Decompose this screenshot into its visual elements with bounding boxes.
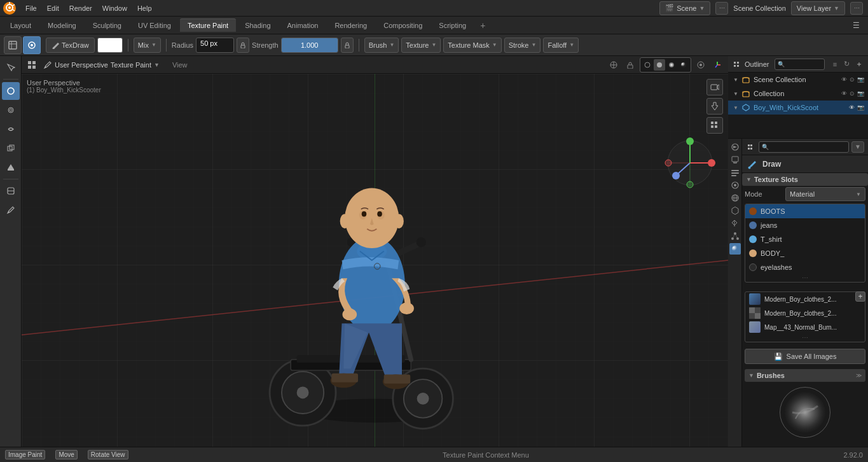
tab-layout[interactable]: Layout: [3, 19, 39, 32]
image-item-0[interactable]: Modern_Boy_clothes_2...: [745, 292, 865, 306]
viewport[interactable]: User Perspective (1) Boy_With_KickScoote…: [22, 74, 728, 447]
nav-gizmo[interactable]: X Y Z: [665, 137, 715, 188]
object-item[interactable]: ▼ Boy_With_KickScoot 👁 📷: [728, 101, 868, 115]
filter-btn[interactable]: ≡: [830, 59, 840, 69]
mode-dropdown[interactable]: Material ▼: [785, 187, 865, 201]
outliner-menu-btn[interactable]: [732, 59, 742, 69]
solid-mode-btn[interactable]: [654, 59, 665, 71]
tab-modeling[interactable]: Modeling: [40, 19, 84, 32]
obj-render-icon[interactable]: 📷: [857, 104, 864, 111]
storyboard-btn[interactable]: [706, 117, 723, 134]
add-workspace-btn[interactable]: +: [475, 18, 490, 33]
modifier-props-tab[interactable]: [729, 218, 741, 229]
texture-dropdown[interactable]: Texture ▼: [401, 38, 441, 53]
menu-window[interactable]: Window: [97, 3, 132, 13]
texture-paint-mode-label[interactable]: User Perspective Texture Paint ▼: [43, 60, 160, 69]
particles-props-tab[interactable]: [729, 230, 741, 242]
orientation-btn[interactable]: [607, 58, 621, 72]
collection-item[interactable]: ▼ Collection 👁 ⊙ 📷: [728, 87, 868, 101]
radius-input[interactable]: 50 px: [196, 38, 234, 53]
texture-slot-body[interactable]: BODY_: [745, 246, 865, 260]
tab-sculpting[interactable]: Sculpting: [85, 19, 129, 32]
strength-slider[interactable]: 1.000: [281, 38, 338, 53]
scene-collection-item[interactable]: ▼ Scene Collection 👁 ⊙ 📷: [728, 73, 868, 87]
material-mode-btn[interactable]: [666, 59, 677, 71]
tool-soften[interactable]: [2, 101, 20, 119]
texture-slot-jeans[interactable]: jeans: [745, 218, 865, 232]
falloff-dropdown[interactable]: Falloff ▼: [543, 38, 579, 53]
blender-logo[interactable]: [3, 1, 17, 15]
scene-canvas[interactable]: X Y Z: [22, 74, 728, 447]
tool-fill[interactable]: [2, 158, 20, 176]
view-layer-selector[interactable]: Scripting View Layer ▼: [791, 1, 845, 15]
scene-options-btn[interactable]: ⋯: [715, 2, 728, 15]
props-search[interactable]: 🔍: [759, 141, 849, 153]
col-render-icon[interactable]: 📷: [857, 90, 864, 97]
lock-btn[interactable]: [623, 58, 637, 72]
tab-shading[interactable]: Shading: [237, 19, 278, 32]
world-props-tab[interactable]: [729, 192, 741, 204]
eye-icon[interactable]: 👁: [841, 76, 847, 83]
brushes-header[interactable]: ▼ Brushes ≫: [745, 369, 865, 382]
texture-slot-eyelashes[interactable]: eyelashes: [745, 260, 865, 274]
pan-view-btn[interactable]: [706, 98, 723, 115]
texture-slot-boots[interactable]: BOOTS: [745, 204, 865, 218]
tab-uv-editing[interactable]: UV Editing: [130, 19, 179, 32]
sync-btn[interactable]: ↻: [841, 59, 851, 69]
brush-preview[interactable]: [780, 387, 830, 438]
obj-eye-icon[interactable]: 👁: [849, 104, 855, 111]
menu-render[interactable]: Render: [64, 3, 97, 13]
object-props-tab[interactable]: [729, 205, 741, 216]
view-layer-props-tab[interactable]: [729, 167, 741, 178]
view-layer-options-btn[interactable]: ⋯: [850, 2, 863, 15]
viewport-options-btn[interactable]: [25, 59, 38, 71]
tool-clone[interactable]: [2, 139, 20, 157]
tab-texture-paint[interactable]: Texture Paint: [180, 18, 236, 32]
scene-selector[interactable]: 🎬 Scene ▼: [659, 1, 710, 15]
strength-lock-btn[interactable]: [341, 38, 354, 53]
view-menu-btn[interactable]: View: [172, 61, 188, 69]
render-icon[interactable]: 📷: [857, 76, 864, 83]
blend-mode-dropdown[interactable]: Mix ▼: [134, 38, 161, 53]
col-eye-icon[interactable]: 👁: [841, 90, 847, 97]
radius-lock-btn[interactable]: [237, 38, 249, 53]
stroke-dropdown[interactable]: Stroke ▼: [504, 38, 541, 53]
image-item-2[interactable]: Map__43_Normal_Bum...: [745, 320, 865, 334]
wireframe-mode-btn[interactable]: [642, 59, 653, 71]
tool-draw[interactable]: [2, 82, 20, 100]
tool-smear[interactable]: [2, 120, 20, 138]
tab-scripting[interactable]: Scripting: [431, 19, 474, 32]
outliner-add-btn[interactable]: [854, 59, 864, 69]
brush-color-swatch[interactable]: [97, 38, 123, 53]
select-icon[interactable]: ⊙: [850, 76, 855, 83]
render-props-tab[interactable]: [729, 141, 741, 153]
menu-edit[interactable]: Edit: [42, 3, 64, 13]
texture-mask-dropdown[interactable]: Texture Mask ▼: [443, 38, 501, 53]
tab-animation[interactable]: Animation: [280, 19, 326, 32]
texture-slots-header[interactable]: ▼ Texture Slots: [742, 173, 868, 186]
gizmo-btn[interactable]: [710, 58, 724, 72]
brush-mode-btn[interactable]: [23, 36, 41, 54]
image-item-1[interactable]: Modern_Boy_clothes_2...: [745, 306, 865, 320]
material-props-tab[interactable]: [729, 243, 741, 255]
props-menu-btn[interactable]: [746, 142, 756, 152]
brush-name-btn[interactable]: TexDraw: [46, 38, 95, 53]
col-select-icon[interactable]: ⊙: [850, 90, 855, 97]
add-image-btn[interactable]: +: [855, 291, 865, 302]
menu-help[interactable]: Help: [132, 3, 157, 13]
tool-select[interactable]: [2, 59, 20, 76]
save-all-images-btn[interactable]: 💾 Save All Images: [745, 349, 865, 364]
overlay-btn[interactable]: [694, 58, 708, 72]
tab-rendering[interactable]: Rendering: [327, 19, 375, 32]
camera-view-btn[interactable]: [706, 79, 723, 95]
rendered-mode-btn[interactable]: [678, 59, 689, 71]
brush-dropdown[interactable]: Brush ▼: [364, 38, 399, 53]
output-props-tab[interactable]: [729, 154, 741, 165]
tab-compositing[interactable]: Compositing: [376, 19, 430, 32]
tool-mask[interactable]: [2, 182, 20, 200]
props-filter-dropdown[interactable]: ▼: [851, 141, 864, 153]
view-mode-btn[interactable]: [4, 36, 22, 54]
scene-props-tab[interactable]: [729, 179, 741, 191]
workspace-options-icon[interactable]: ☰: [849, 18, 863, 32]
texture-slot-tshirt[interactable]: T_shirt: [745, 232, 865, 246]
